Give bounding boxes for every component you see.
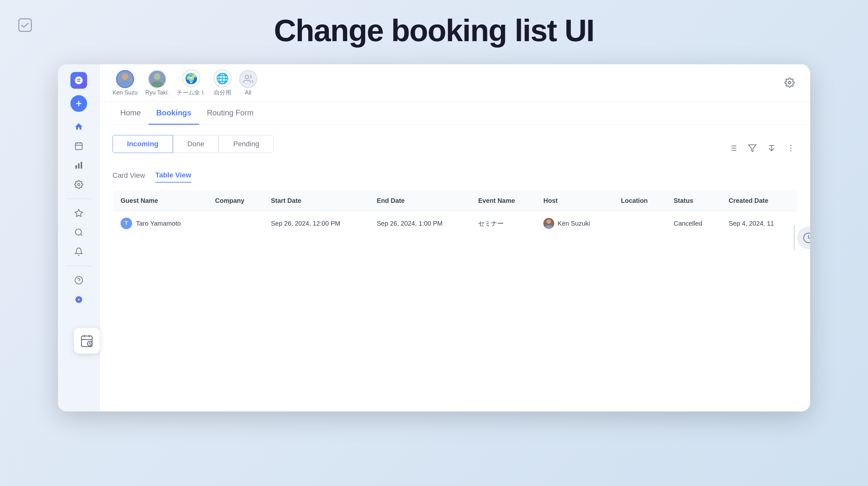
svg-rect-3 bbox=[75, 143, 82, 150]
sidebar-item-help[interactable] bbox=[70, 272, 87, 289]
list-view-icon-button[interactable] bbox=[726, 142, 739, 156]
svg-rect-8 bbox=[78, 163, 80, 168]
svg-point-10 bbox=[78, 184, 80, 186]
view-tabs: Card View Table View bbox=[113, 171, 191, 183]
status-tab-incoming[interactable]: Incoming bbox=[113, 135, 173, 153]
self-label: 自分用 bbox=[214, 89, 231, 96]
tab-bookings[interactable]: Bookings bbox=[149, 102, 199, 125]
cell-location bbox=[613, 211, 666, 236]
add-new-button[interactable] bbox=[70, 95, 87, 112]
team-globe: 🌍 bbox=[182, 69, 200, 88]
svg-marker-11 bbox=[75, 209, 82, 216]
svg-rect-21 bbox=[151, 81, 163, 88]
col-guest-name: Guest Name bbox=[113, 191, 207, 211]
user-avatar-team[interactable]: 🌍 チーム全ｔ bbox=[177, 69, 206, 96]
svg-marker-30 bbox=[748, 144, 756, 152]
cell-guest-name: T Taro Yamamoto bbox=[113, 211, 207, 236]
sidebar-item-home[interactable] bbox=[70, 118, 87, 135]
svg-point-12 bbox=[75, 229, 81, 235]
filter-icon-button[interactable] bbox=[746, 142, 759, 156]
view-tab-table[interactable]: Table View bbox=[155, 171, 191, 183]
sidebar-item-ai[interactable] bbox=[70, 205, 87, 222]
all-label: All bbox=[245, 89, 251, 96]
svg-point-23 bbox=[788, 81, 791, 84]
svg-point-14 bbox=[75, 277, 82, 284]
main-content: Ken Suzu Ryu Taki. 🌍 チーム全ｔ 🌐 bbox=[100, 64, 810, 412]
sidebar-item-analytics[interactable] bbox=[70, 157, 87, 173]
status-tab-pending[interactable]: Pending bbox=[219, 135, 274, 153]
status-tabs: Incoming Done Pending bbox=[113, 135, 274, 153]
user-avatar-all[interactable]: All bbox=[239, 70, 257, 96]
booking-table: Guest Name Company Start Date End Date E… bbox=[113, 190, 797, 236]
page-title: Change booking list UI bbox=[274, 13, 594, 48]
ken-label: Ken Suzu bbox=[113, 89, 137, 96]
app-logo bbox=[70, 72, 87, 89]
cell-start-date: Sep 26, 2024, 12:00 PM bbox=[263, 211, 369, 236]
col-location: Location bbox=[613, 191, 666, 211]
more-options-button[interactable] bbox=[784, 142, 797, 156]
status-tab-done[interactable]: Done bbox=[173, 135, 219, 153]
svg-point-33 bbox=[790, 145, 792, 146]
right-clock-icon bbox=[797, 227, 810, 249]
view-tab-card[interactable]: Card View bbox=[113, 171, 145, 183]
svg-point-36 bbox=[547, 220, 551, 224]
top-bar: Ken Suzu Ryu Taki. 🌍 チーム全ｔ 🌐 bbox=[100, 64, 810, 102]
tab-routing[interactable]: Routing Form bbox=[199, 102, 261, 125]
cell-end-date: Sep 26, 2024, 1:00 PM bbox=[369, 211, 470, 236]
sort-icon-button[interactable] bbox=[765, 142, 778, 156]
filter-row: Incoming Done Pending bbox=[113, 135, 797, 162]
sidebar-item-calcom[interactable] bbox=[70, 291, 87, 308]
cell-event-name: セミナー bbox=[470, 211, 535, 236]
svg-point-22 bbox=[245, 75, 248, 79]
host-avatar bbox=[543, 218, 554, 229]
svg-rect-37 bbox=[545, 225, 553, 229]
cell-company bbox=[207, 211, 263, 236]
col-status: Status bbox=[666, 191, 721, 211]
sidebar-divider bbox=[66, 199, 91, 199]
col-company: Company bbox=[207, 191, 263, 211]
sidebar-item-search[interactable] bbox=[70, 224, 87, 241]
checkbox-icon bbox=[17, 17, 33, 35]
ken-avatar-image bbox=[116, 70, 134, 88]
toolbar-icons bbox=[726, 142, 797, 156]
svg-rect-9 bbox=[81, 162, 82, 169]
table-toolbar: Card View Table View bbox=[113, 171, 797, 183]
team-label: チーム全ｔ bbox=[177, 89, 206, 96]
col-start-date: Start Date bbox=[263, 191, 369, 211]
sidebar-divider-2 bbox=[66, 266, 91, 266]
nav-tabs: Home Bookings Routing Form bbox=[100, 102, 810, 125]
sidebar-item-calendar[interactable] bbox=[70, 137, 87, 154]
svg-line-13 bbox=[81, 234, 82, 236]
sidebar bbox=[58, 64, 100, 412]
user-avatar-self[interactable]: 🌐 自分用 bbox=[214, 69, 231, 96]
svg-point-17 bbox=[78, 299, 80, 300]
self-globe: 🌐 bbox=[214, 69, 231, 88]
sidebar-item-notifications[interactable] bbox=[70, 243, 87, 260]
cell-host: Ken Suzuki bbox=[535, 211, 613, 236]
topbar-settings-button[interactable] bbox=[782, 75, 797, 91]
col-host: Host bbox=[535, 191, 613, 211]
cell-created-date: Sep 4, 2024, 11 bbox=[721, 211, 797, 236]
svg-point-20 bbox=[154, 73, 161, 80]
right-floating-element bbox=[794, 225, 810, 251]
guest-avatar: T bbox=[121, 218, 132, 229]
app-window: Ken Suzu Ryu Taki. 🌍 チーム全ｔ 🌐 bbox=[58, 64, 810, 412]
table-row[interactable]: T Taro Yamamoto Sep 26, 2024, 12:00 PM S… bbox=[113, 211, 797, 236]
user-avatar-ryu[interactable]: Ryu Taki. bbox=[145, 70, 169, 96]
svg-rect-0 bbox=[19, 19, 31, 32]
ryu-avatar-image bbox=[148, 70, 166, 88]
col-end-date: End Date bbox=[369, 191, 470, 211]
tab-home[interactable]: Home bbox=[113, 102, 149, 125]
floating-schedule-icon bbox=[74, 328, 100, 354]
svg-rect-19 bbox=[119, 81, 131, 88]
ryu-label: Ryu Taki. bbox=[145, 89, 169, 96]
svg-point-35 bbox=[790, 150, 792, 152]
all-group-icon bbox=[239, 70, 257, 88]
user-avatar-ken[interactable]: Ken Suzu bbox=[113, 70, 137, 96]
content-area: Incoming Done Pending bbox=[100, 125, 810, 412]
col-event-name: Event Name bbox=[470, 191, 535, 211]
sidebar-item-settings[interactable] bbox=[70, 176, 87, 193]
cell-status: Cancelled bbox=[666, 211, 721, 236]
svg-point-18 bbox=[122, 73, 128, 80]
col-created-date: Created Date bbox=[721, 191, 797, 211]
